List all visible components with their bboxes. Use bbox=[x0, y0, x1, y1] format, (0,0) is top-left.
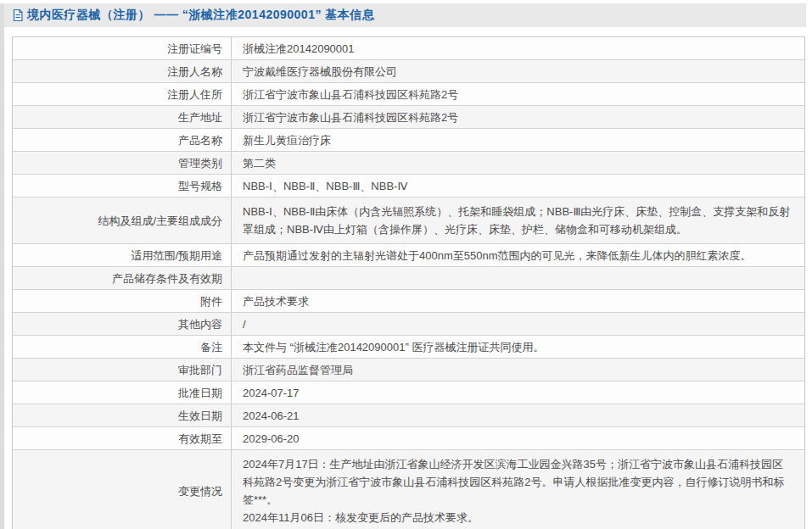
row-label: 备注 bbox=[13, 336, 232, 358]
row-label: 附件 bbox=[13, 290, 232, 312]
row-label: 变更情况 bbox=[13, 450, 232, 529]
table-row-attachment: 附件 产品技术要求 bbox=[13, 290, 804, 313]
row-value: 浙江省宁波市象山县石浦科技园区科苑路2号 bbox=[243, 110, 794, 125]
table-row-expiry-date: 有效期至 2029-06-20 bbox=[13, 427, 804, 450]
row-label: 生效日期 bbox=[13, 404, 232, 426]
row-label: 适用范围/预期用途 bbox=[13, 244, 232, 266]
row-label: 有效期至 bbox=[13, 427, 232, 449]
row-value: 2024-06-21 bbox=[243, 409, 794, 423]
row-label: 注册人住所 bbox=[13, 83, 232, 105]
row-label: 产品名称 bbox=[13, 129, 232, 151]
row-label: 注册证编号 bbox=[13, 37, 232, 59]
table-row-production-address: 生产地址 浙江省宁波市象山县石浦科技园区科苑路2号 bbox=[13, 106, 804, 129]
row-value: 宁波戴维医疗器械股份有限公司 bbox=[243, 64, 794, 79]
row-value: NBB-Ⅰ、NBB-Ⅱ由床体（内含光辐照系统）、托架和睡袋组成；NBB-Ⅲ由光疗… bbox=[243, 203, 794, 238]
table-row-registrant-address: 注册人住所 浙江省宁波市象山县石浦科技园区科苑路2号 bbox=[13, 83, 804, 106]
table-row-reg-number: 注册证编号 浙械注准20142090001 bbox=[13, 37, 804, 60]
table-row-storage-validity: 产品储存条件及有效期 bbox=[13, 267, 804, 290]
table-row-other-content: 其他内容 / bbox=[13, 313, 804, 336]
row-value: 浙江省宁波市象山县石浦科技园区科苑路2号 bbox=[243, 87, 794, 102]
row-label: 产品储存条件及有效期 bbox=[13, 267, 232, 289]
row-value: NBB-Ⅰ、NBB-Ⅱ、NBB-Ⅲ、NBB-Ⅳ bbox=[243, 179, 794, 193]
change-history-line: 2024年7月17日：生产地址由浙江省象山经济开发区滨海工业园金兴路35号；浙江… bbox=[243, 455, 794, 509]
table-row-approval-department: 审批部门 浙江省药品监督管理局 bbox=[13, 359, 804, 381]
row-value: 浙械注准20142090001 bbox=[243, 42, 794, 56]
row-label: 型号规格 bbox=[13, 175, 232, 197]
row-value: 第二类 bbox=[243, 156, 794, 170]
row-label: 审批部门 bbox=[13, 359, 232, 381]
table-row-management-class: 管理类别 第二类 bbox=[13, 152, 804, 175]
table-row-structure-composition: 结构及组成/主要组成成分 NBB-Ⅰ、NBB-Ⅱ由床体（内含光辐照系统）、托架和… bbox=[13, 198, 804, 244]
row-value: 新生儿黄疸治疗床 bbox=[243, 133, 794, 148]
change-history-line: 2024年11月06日：核发变更后的产品技术要求。 bbox=[243, 509, 794, 526]
table-row-registrant-name: 注册人名称 宁波戴维医疗器械股份有限公司 bbox=[13, 60, 804, 83]
registration-info-table: 注册证编号 浙械注准20142090001 注册人名称 宁波戴维医疗器械股份有限… bbox=[12, 36, 805, 529]
document-icon bbox=[12, 8, 24, 22]
row-value: 本文件与 “浙械注准20142090001” 医疗器械注册证共同使用。 bbox=[243, 340, 794, 354]
row-value: 浙江省药品监督管理局 bbox=[243, 363, 794, 377]
table-row-remarks: 备注 本文件与 “浙械注准20142090001” 医疗器械注册证共同使用。 bbox=[13, 336, 804, 359]
row-label: 批准日期 bbox=[13, 381, 232, 404]
table-row-approval-date: 批准日期 2024-07-17 bbox=[13, 381, 804, 404]
row-label: 生产地址 bbox=[13, 106, 232, 128]
table-row-change-history: 变更情况 2024年7月17日：生产地址由浙江省象山经济开发区滨海工业园金兴路3… bbox=[13, 450, 804, 529]
row-value: 2029-06-20 bbox=[243, 432, 794, 446]
row-value: 产品预期通过发射的主辐射光谱处于400nm至550nm范围内的可见光，来降低新生… bbox=[243, 248, 794, 263]
table-row-product-name: 产品名称 新生儿黄疸治疗床 bbox=[13, 129, 804, 152]
table-row-intended-use: 适用范围/预期用途 产品预期通过发射的主辐射光谱处于400nm至550nm范围内… bbox=[13, 244, 804, 267]
row-value: 产品技术要求 bbox=[243, 294, 794, 309]
row-label: 其他内容 bbox=[13, 313, 232, 335]
row-label: 管理类别 bbox=[13, 152, 232, 174]
table-row-effective-date: 生效日期 2024-06-21 bbox=[13, 404, 804, 427]
row-value: / bbox=[243, 317, 794, 331]
row-label: 注册人名称 bbox=[13, 60, 232, 82]
row-label: 结构及组成/主要组成成分 bbox=[13, 198, 232, 243]
page-header: 境内医疗器械（注册） —— “浙械注准20142090001” 基本信息 bbox=[4, 3, 806, 27]
page-left-edge bbox=[0, 3, 4, 529]
table-row-model-spec: 型号规格 NBB-Ⅰ、NBB-Ⅱ、NBB-Ⅲ、NBB-Ⅳ bbox=[13, 175, 804, 198]
row-value: 2024-07-17 bbox=[243, 386, 794, 400]
page-title: 境内医疗器械（注册） —— “浙械注准20142090001” 基本信息 bbox=[27, 8, 374, 23]
